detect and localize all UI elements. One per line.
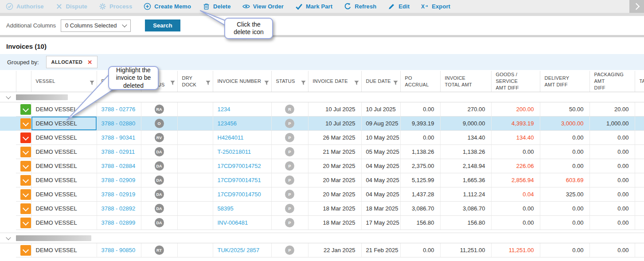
cell-invoice_total_amt[interactable]: 11,251.00: [440, 243, 491, 257]
cell-expander[interactable]: [16, 202, 31, 216]
cell-dry_dock[interactable]: [177, 187, 213, 202]
cell-goods_service_amt_diff[interactable]: 11,251.00: [491, 243, 540, 257]
group-collapse-chevron-icon[interactable]: [6, 94, 11, 99]
row-expand-button-orange[interactable]: [20, 245, 31, 256]
cell-expander[interactable]: [16, 117, 31, 131]
invoice-row[interactable]: DEMO VESSEL3788 - 02880O123456P10 Jul 20…: [0, 117, 644, 131]
cell-expander[interactable]: [16, 131, 31, 145]
column-header-goods_service_amt_diff[interactable]: GOODS / SERVICE AMT DIFF: [491, 71, 540, 92]
cell-tax[interactable]: [635, 131, 644, 145]
invoice-row[interactable]: DEMO VESSEL3788 - 02909DA17CD970014751P2…: [0, 173, 644, 187]
invoice-number-link[interactable]: T-250218011: [218, 148, 251, 155]
cell-dry_dock[interactable]: [177, 102, 213, 117]
cell-invoice_total_amt[interactable]: 270.00: [440, 102, 491, 117]
cell-po_status[interactable]: DA: [141, 159, 177, 173]
column-header-delivery_amt_diff[interactable]: DELIVERY AMT DIFF: [540, 71, 589, 92]
cell-invoice_number[interactable]: 123456: [213, 117, 271, 131]
cell-invoice_date[interactable]: 26 Mar 2025: [308, 131, 361, 145]
invoice-row[interactable]: DEMO VESSEL3788 - 02884DA17CD970014752P2…: [0, 159, 644, 173]
row-expand-button-orange[interactable]: [20, 189, 31, 200]
cell-goods_service_amt_diff[interactable]: 2,856.94: [491, 173, 540, 187]
cell-delivery_amt_diff[interactable]: 0.00: [540, 243, 589, 257]
cell-po_number[interactable]: 3788 - 02880: [97, 117, 141, 131]
cell-po_status[interactable]: DA: [141, 187, 177, 202]
column-header-due_date[interactable]: DUE DATE: [361, 71, 400, 92]
cell-dry_dock[interactable]: [177, 117, 213, 131]
po-number-link[interactable]: 3788 - 02892: [101, 205, 136, 212]
cell-tax[interactable]: [635, 187, 644, 202]
cell-delivery_amt_diff[interactable]: 603.69: [540, 173, 589, 187]
row-expand-button-green[interactable]: [20, 104, 31, 115]
po-number-link[interactable]: 3788 - 02909: [101, 177, 136, 183]
cell-goods_service_amt_diff[interactable]: 0.00: [491, 202, 540, 216]
cell-dry_dock[interactable]: [177, 173, 213, 187]
cell-delivery_amt_diff[interactable]: 0.00: [540, 131, 589, 145]
invoice-row[interactable]: DEMO VESSEL3788 - 02776RA1234R10 Jul 202…: [0, 102, 644, 117]
cell-status[interactable]: P: [271, 173, 308, 187]
cell-invoice_date[interactable]: 22 Jan 2025: [308, 243, 361, 257]
filter-funnel-icon[interactable]: [393, 79, 398, 84]
invoice-number-link[interactable]: 17CD970014752: [218, 163, 261, 169]
cell-vessel[interactable]: DEMO VESSEL: [31, 243, 97, 257]
cell-po_number[interactable]: 3788 - 02919: [97, 187, 141, 202]
cell-expander[interactable]: [16, 173, 31, 187]
cell-invoice_total_amt[interactable]: 156.80: [440, 216, 491, 230]
cell-expander[interactable]: [16, 145, 31, 159]
cell-goods_service_amt_diff[interactable]: 0.00: [491, 145, 540, 159]
cell-po_number[interactable]: 3788 - 02884: [97, 159, 141, 173]
cell-po_number[interactable]: 3788 - 02909: [97, 173, 141, 187]
cell-packaging_amt_diff[interactable]: 0.00: [589, 131, 635, 145]
cell-invoice_total_amt[interactable]: 9,000.00: [440, 117, 491, 131]
cell-po_number[interactable]: 3788 - 02911: [97, 145, 141, 159]
cell-status[interactable]: P: [271, 202, 308, 216]
cell-due_date[interactable]: 10 Jul 2025: [361, 102, 400, 117]
cell-delivery_amt_diff[interactable]: 0.00: [540, 145, 589, 159]
cell-expander[interactable]: [16, 216, 31, 230]
invoice-row[interactable]: DEMO VESSEL3788 - 02919DA17CD970014750P2…: [0, 187, 644, 202]
cell-due_date[interactable]: 05 May 2025: [361, 145, 400, 159]
filter-funnel-icon[interactable]: [170, 79, 175, 84]
toolbar-button-edit[interactable]: Edit: [382, 0, 415, 13]
cell-due_date[interactable]: 09 Aug 2025: [361, 117, 400, 131]
cell-vessel[interactable]: DEMO VESSEL: [31, 159, 97, 173]
cell-tax[interactable]: [635, 243, 644, 257]
cell-goods_service_amt_diff[interactable]: 0.04: [491, 187, 540, 202]
cell-goods_service_amt_diff[interactable]: 0.00: [491, 216, 540, 230]
column-header-packaging_amt_diff[interactable]: PACKAGING AMT DIFF: [589, 71, 635, 92]
cell-invoice_total_amt[interactable]: 1,112.24: [440, 187, 491, 202]
cell-po_number[interactable]: 3788 - 90341: [97, 131, 141, 145]
group-collapse-chevron-icon[interactable]: [6, 235, 11, 240]
po-number-link[interactable]: 3788 - 90341: [101, 134, 136, 141]
cell-delivery_amt_diff[interactable]: 3,000.00: [540, 117, 589, 131]
cell-invoice_total_amt[interactable]: 1,665.36: [440, 173, 491, 187]
remove-grouping-icon[interactable]: ✕: [87, 59, 92, 65]
cell-tax[interactable]: [635, 216, 644, 230]
cell-packaging_amt_diff[interactable]: 0.00: [589, 173, 635, 187]
row-expand-button-red[interactable]: [20, 132, 31, 143]
cell-po_accrual[interactable]: 3,086.70: [400, 202, 440, 216]
cell-due_date[interactable]: 10 May 2025: [361, 131, 400, 145]
cell-delivery_amt_diff[interactable]: 0.00: [540, 216, 589, 230]
column-header-vessel[interactable]: VESSEL: [31, 71, 97, 92]
cell-po_accrual[interactable]: 0.00: [400, 131, 440, 145]
filter-funnel-icon[interactable]: [301, 79, 306, 84]
cell-due_date[interactable]: 04 May 2025: [361, 187, 400, 202]
cell-tax[interactable]: [635, 117, 644, 131]
cell-invoice_number[interactable]: 1234: [213, 102, 271, 117]
cell-po_number[interactable]: 3788 - 02892: [97, 202, 141, 216]
po-number-link[interactable]: 3788 - 02899: [101, 219, 136, 226]
cell-tax[interactable]: [635, 102, 644, 117]
search-button[interactable]: Search: [145, 19, 180, 31]
cell-status[interactable]: P: [271, 117, 308, 131]
cell-status[interactable]: P: [271, 216, 308, 230]
cell-invoice_number[interactable]: H4264011: [213, 131, 271, 145]
cell-invoice_total_amt[interactable]: 3,086.70: [440, 202, 491, 216]
cell-status[interactable]: P: [271, 131, 308, 145]
cell-dry_dock[interactable]: [177, 202, 213, 216]
cell-invoice_number[interactable]: 17CD970014750: [213, 187, 271, 202]
cell-tax[interactable]: [635, 173, 644, 187]
cell-invoice_date[interactable]: 21 Mar 2025: [308, 145, 361, 159]
cell-packaging_amt_diff[interactable]: 0.00: [589, 145, 635, 159]
cell-po_accrual[interactable]: 1,138.26: [400, 145, 440, 159]
invoice-row[interactable]: DEMO VESSEL3788 - 90341RVH4264011P26 Mar…: [0, 131, 644, 145]
